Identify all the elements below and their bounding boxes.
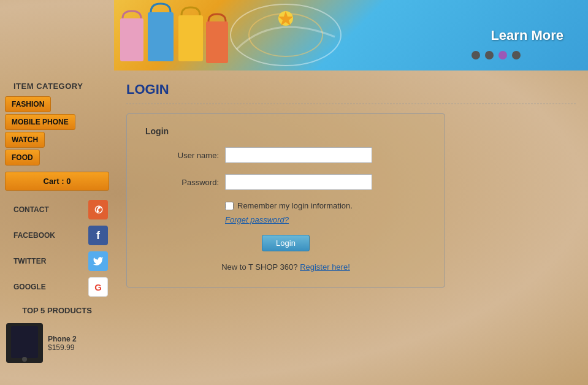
dot-1[interactable] <box>472 51 480 59</box>
svg-rect-1 <box>148 12 174 61</box>
remember-label: Remember my login information. <box>237 201 353 210</box>
google-label: GOOGLE <box>13 283 82 291</box>
banner-bags-image <box>114 0 237 71</box>
product-image <box>6 323 43 363</box>
product-info: Phone 2 $159.99 <box>48 335 77 352</box>
learn-more-text[interactable]: Learn More <box>491 28 563 44</box>
top-products-title: TOP 5 PRODUCTS <box>0 300 114 320</box>
contact-label: CONTACT <box>13 205 82 214</box>
facebook-label: FACEBOOK <box>13 231 82 240</box>
main-content: LOGIN Login User name: Password: Remembe… <box>114 71 588 385</box>
password-input[interactable] <box>225 174 372 190</box>
svg-rect-2 <box>178 15 203 61</box>
password-label: Password: <box>145 178 219 187</box>
contact-section: CONTACT ✆ FACEBOOK f TWITTER GOOGLE G <box>0 197 114 300</box>
google-row[interactable]: GOOGLE G <box>0 274 114 300</box>
svg-rect-0 <box>120 18 143 61</box>
remember-checkbox[interactable] <box>225 202 234 210</box>
product-price: $159.99 <box>48 343 77 352</box>
dot-3[interactable] <box>498 51 507 59</box>
page-title: LOGIN <box>126 77 576 104</box>
sidebar-item-food[interactable]: FOOD <box>5 150 40 166</box>
twitter-label: TWITTER <box>13 257 82 265</box>
sidebar-item-mobile-phone[interactable]: MOBILE PHONE <box>5 114 75 130</box>
username-label: User name: <box>145 151 219 160</box>
forgot-password-link[interactable]: Forget password? <box>225 215 289 224</box>
password-row: Password: <box>145 174 426 190</box>
banner-swirl-image <box>224 0 347 71</box>
username-input[interactable] <box>225 147 372 163</box>
dot-2[interactable] <box>485 51 494 59</box>
login-button[interactable]: Login <box>262 235 310 251</box>
facebook-icon: f <box>88 226 108 245</box>
register-row: New to T SHOP 360? Register here! <box>145 262 426 272</box>
username-row: User name: <box>145 147 426 163</box>
login-box: Login User name: Password: Remember my l… <box>126 113 445 288</box>
sidebar-item-fashion[interactable]: FASHION <box>5 96 51 112</box>
login-box-title: Login <box>145 126 426 136</box>
main-layout: ITEM CATEGORY FASHION MOBILE PHONE WATCH… <box>0 71 588 385</box>
banner-carousel-dots[interactable] <box>472 51 521 59</box>
register-text: New to T SHOP 360? <box>221 262 297 272</box>
login-btn-row: Login <box>145 235 426 251</box>
cart-button[interactable]: Cart : 0 <box>5 172 109 191</box>
facebook-row[interactable]: FACEBOOK f <box>0 223 114 248</box>
forgot-password-row: Forget password? <box>225 214 426 225</box>
category-section-title: ITEM CATEGORY <box>0 77 114 94</box>
register-link[interactable]: Register here! <box>300 262 350 272</box>
twitter-row[interactable]: TWITTER <box>0 248 114 274</box>
product-name: Phone 2 <box>48 335 77 343</box>
twitter-icon <box>88 251 108 271</box>
product-item-phone2[interactable]: Phone 2 $159.99 <box>0 320 114 366</box>
contact-icon: ✆ <box>88 200 108 219</box>
google-icon: G <box>88 277 108 297</box>
sidebar: ITEM CATEGORY FASHION MOBILE PHONE WATCH… <box>0 71 114 385</box>
sidebar-item-watch[interactable]: WATCH <box>5 132 45 148</box>
dot-4[interactable] <box>512 51 521 59</box>
remember-row: Remember my login information. <box>225 201 426 210</box>
header-banner: Learn More <box>114 0 588 71</box>
contact-row[interactable]: CONTACT ✆ <box>0 197 114 223</box>
